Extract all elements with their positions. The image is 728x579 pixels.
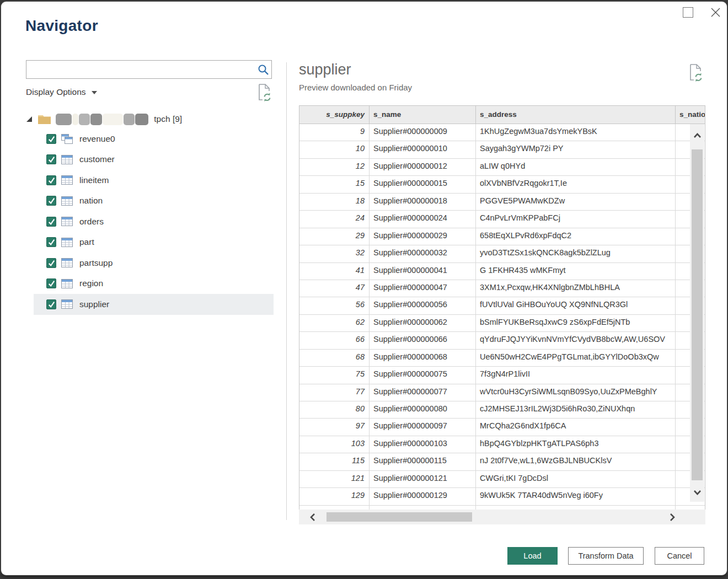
- close-button[interactable]: [708, 5, 722, 19]
- cell-name: Supplier#000000080: [370, 401, 476, 418]
- sidebar-item-lineitem[interactable]: lineitem: [34, 170, 274, 191]
- column-header-s_name[interactable]: s_name: [370, 106, 476, 124]
- cell-suppkey: 29: [299, 228, 370, 245]
- checkbox-checked[interactable]: [46, 134, 56, 144]
- sidebar-item-part[interactable]: part: [34, 232, 274, 253]
- checkbox-checked[interactable]: [46, 154, 56, 164]
- view-icon: [61, 134, 73, 144]
- cell-address: MrCQha2G6ndX1fp6CA: [476, 419, 676, 435]
- close-icon: [711, 8, 720, 17]
- cell-address: hBpQ4GYblzpHKTgATLPAS6ph3: [476, 436, 676, 453]
- scroll-up-icon[interactable]: [693, 133, 702, 138]
- cell-name: Supplier#000000047: [370, 280, 476, 297]
- display-options-dropdown[interactable]: Display Options: [26, 87, 97, 97]
- tree-item-label: partsupp: [79, 258, 113, 268]
- cell-address: 9kWUk5K 7TAR40dW5nVeg i60Fy: [476, 488, 676, 505]
- table-row[interactable]: 12 Supplier#000000012 aLIW q0HYd: [299, 159, 705, 176]
- table-row[interactable]: 121 Supplier#000000121 CWGri,tKI 7gDcDsl: [299, 471, 705, 488]
- cell-name: Supplier#000000029: [370, 228, 476, 245]
- transform-data-button[interactable]: Transform Data: [568, 547, 644, 565]
- cell-suppkey: 56: [299, 297, 370, 314]
- sidebar-item-revenue0[interactable]: revenue0: [34, 128, 274, 149]
- redacted-text: [56, 114, 148, 125]
- table-row[interactable]: 47 Supplier#000000047 3XM1x,Pcxqw,HK4XNl…: [299, 280, 705, 297]
- table-row[interactable]: 41 Supplier#000000041 G 1FKHR435 wMKFmyt: [299, 263, 705, 280]
- checkbox-checked[interactable]: [46, 258, 56, 268]
- table-row[interactable]: 97 Supplier#000000097 MrCQha2G6ndX1fp6CA: [299, 419, 705, 436]
- table-row[interactable]: 24 Supplier#000000024 C4nPvLrVmKPPabFCj: [299, 211, 705, 228]
- vertical-scrollbar[interactable]: [690, 124, 704, 502]
- checkbox-checked[interactable]: [46, 196, 56, 206]
- preview-subtitle: Preview downloaded on Friday: [299, 83, 412, 92]
- table-row[interactable]: 68 Supplier#000000068 Ue6N50wH2CwE4PPgTG…: [299, 350, 705, 367]
- checkbox-checked[interactable]: [46, 217, 56, 227]
- cell-suppkey: 9: [299, 124, 370, 141]
- table-row[interactable]: 115 Supplier#000000115 nJ 2t0f7Ve,wL1,6W…: [299, 453, 705, 470]
- table-icon: [61, 155, 73, 164]
- folder-icon: [38, 114, 51, 125]
- table-row[interactable]: 29 Supplier#000000029 658tEqXLPvRd6xpFdq…: [299, 228, 705, 245]
- column-header-s_suppkey[interactable]: s_suppkey: [299, 106, 370, 124]
- table-row[interactable]: 77 Supplier#000000077 wVtcr0uH3CyrSiWMLs…: [299, 384, 705, 401]
- table-row[interactable]: 56 Supplier#000000056 fUVtlUVal GiHBOuYo…: [299, 297, 705, 314]
- cell-address: qYdruFJQJYYiKvnNVmYfCVydVB8bcW,AW,U6SOV: [476, 332, 676, 349]
- checkbox-checked[interactable]: [46, 175, 56, 185]
- cell-name: Supplier#000000062: [370, 315, 476, 331]
- column-header-s_address[interactable]: s_address: [476, 106, 676, 124]
- cell-address: olXVbNBfVzRqgokr1T,Ie: [476, 176, 676, 192]
- refresh-preview-icon[interactable]: [688, 63, 703, 84]
- table-row[interactable]: 32 Supplier#000000032 yvoD3TtZSx1skQNCK8…: [299, 245, 705, 262]
- checkbox-checked[interactable]: [46, 278, 56, 288]
- cell-name: Supplier#000000010: [370, 141, 476, 158]
- cell-address: Saygah3gYWMp72i PY: [476, 141, 676, 158]
- refresh-source-icon[interactable]: [257, 83, 272, 104]
- cell-name: Supplier#000000066: [370, 332, 476, 349]
- sidebar-item-partsupp[interactable]: partsupp: [34, 253, 274, 274]
- table-row[interactable]: 18 Supplier#000000018 PGGVE5PWAMwKDZw: [299, 194, 705, 211]
- sidebar-item-nation[interactable]: nation: [34, 191, 274, 212]
- cell-address: fUVtlUVal GiHBOuYoUQ XQ9NfNLQR3Gl: [476, 297, 676, 314]
- scroll-right-icon[interactable]: [670, 513, 675, 522]
- table-header-row: s_suppkeys_names_addresss_natio: [299, 106, 705, 124]
- search-input[interactable]: [26, 61, 255, 78]
- scroll-down-icon[interactable]: [693, 490, 702, 495]
- table-row[interactable]: 15 Supplier#000000015 olXVbNBfVzRqgokr1T…: [299, 176, 705, 193]
- cell-name: Supplier#000000012: [370, 159, 476, 175]
- maximize-button[interactable]: [683, 7, 693, 18]
- cell-suppkey: 32: [299, 245, 370, 262]
- cancel-button[interactable]: Cancel: [655, 547, 704, 565]
- cell-name: Supplier#000000103: [370, 436, 476, 453]
- load-button[interactable]: Load: [507, 547, 558, 565]
- column-header-s_natio[interactable]: s_natio: [676, 106, 705, 124]
- expander-icon[interactable]: [26, 116, 33, 122]
- table-row[interactable]: 80 Supplier#000000080 cJ2MHSEJ13rIL2Wj3D…: [299, 401, 705, 419]
- table-row[interactable]: 62 Supplier#000000062 bSmlFYUKBeRsqJxwC9…: [299, 315, 705, 332]
- cell-address: PGGVE5PWAMwKDZw: [476, 194, 676, 210]
- tree-item-label: lineitem: [79, 175, 109, 185]
- table-row[interactable]: 9 Supplier#000000009 1KhUgZegwM3ua7dsYme…: [299, 124, 705, 141]
- table-row[interactable]: 10 Supplier#000000010 Saygah3gYWMp72i PY: [299, 141, 705, 158]
- table-row[interactable]: 75 Supplier#000000075 7f3gN4rP1livII: [299, 367, 705, 384]
- cell-suppkey: 103: [299, 436, 370, 453]
- scroll-left-icon[interactable]: [310, 513, 315, 522]
- vertical-scroll-thumb[interactable]: [692, 149, 703, 480]
- sidebar-item-customer[interactable]: customer: [34, 149, 274, 170]
- cell-suppkey: 121: [299, 471, 370, 487]
- cell-address: nJ 2t0f7Ve,wL1,6WzGBJLNBUCKlsV: [476, 453, 676, 470]
- sidebar-item-region[interactable]: region: [34, 274, 274, 294]
- table-row[interactable]: 129 Supplier#000000129 9kWUk5K 7TAR40dW5…: [299, 488, 705, 505]
- cell-suppkey: 66: [299, 332, 370, 349]
- tree-root-node[interactable]: tpch [9]: [26, 110, 182, 128]
- chevron-down-icon: [92, 91, 97, 94]
- search-icon[interactable]: [255, 64, 271, 76]
- checkbox-checked[interactable]: [46, 299, 56, 309]
- sidebar-item-supplier[interactable]: supplier: [34, 294, 274, 315]
- table-row[interactable]: 66 Supplier#000000066 qYdruFJQJYYiKvnNVm…: [299, 332, 705, 349]
- table-row[interactable]: 103 Supplier#000000103 hBpQ4GYblzpHKTgAT…: [299, 436, 705, 453]
- tree-root-label: tpch [9]: [152, 114, 182, 124]
- checkbox-checked[interactable]: [46, 237, 56, 247]
- horizontal-scrollbar[interactable]: [299, 510, 705, 524]
- sidebar-item-orders[interactable]: orders: [34, 211, 274, 232]
- cell-suppkey: 68: [299, 350, 370, 366]
- horizontal-scroll-thumb[interactable]: [326, 512, 472, 522]
